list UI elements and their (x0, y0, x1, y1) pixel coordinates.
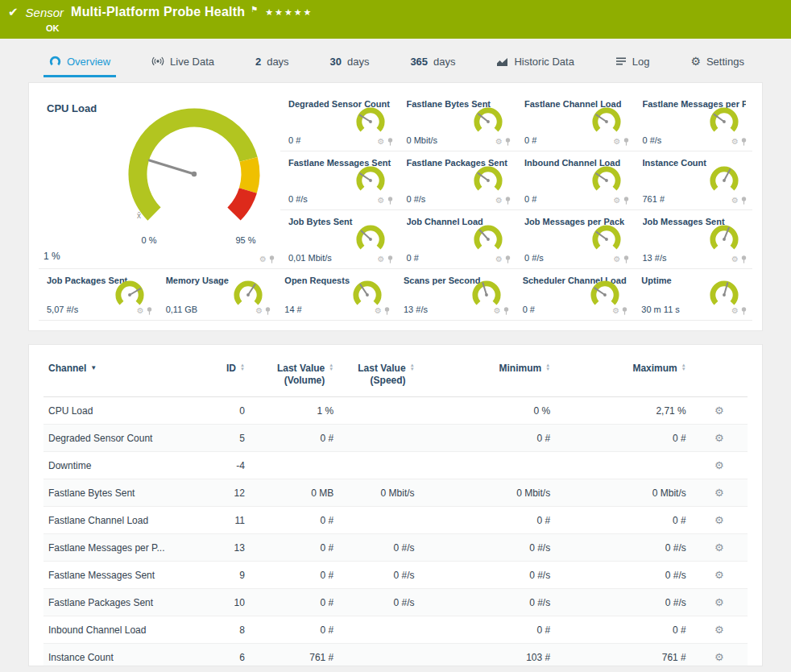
gear-icon[interactable]: ⚙ (731, 197, 739, 205)
gear-icon[interactable]: ⚙ (614, 255, 621, 263)
channel-name[interactable]: Fastlane Packages Sent (43, 589, 201, 616)
pin-icon (269, 255, 275, 263)
pin-icon[interactable] (147, 305, 152, 317)
column-header-channel[interactable]: Channel▼ (43, 353, 201, 397)
live-icon (151, 56, 164, 67)
gear-icon[interactable]: ⚙ (378, 138, 385, 146)
column-header-maximum[interactable]: Maximum▲▼ (555, 353, 691, 397)
gear-icon[interactable]: ⚙ (495, 197, 503, 205)
channel-settings-gear-icon[interactable]: ⚙ (714, 569, 724, 581)
channel-settings-gear-icon[interactable]: ⚙ (714, 459, 724, 471)
gauge-bottom-row: Job Packages Sent5,07 #/s⚙Memory Usage0,… (39, 269, 752, 321)
tile-actions: ⚙ (731, 194, 747, 207)
gear-icon[interactable]: ⚙ (731, 255, 739, 263)
channel-last-value-volume: 761 # (250, 644, 338, 667)
channel-name[interactable]: Fastlane Messages per P... (43, 534, 201, 562)
channel-settings-gear-icon[interactable]: ⚙ (714, 404, 724, 417)
gear-icon[interactable]: ⚙ (614, 138, 621, 146)
channel-name[interactable]: Fastlane Channel Load (43, 507, 201, 534)
gear-icon[interactable]: ⚙ (612, 307, 619, 315)
channel-settings-gear-icon[interactable]: ⚙ (714, 541, 724, 554)
gear-icon[interactable]: ⚙ (731, 307, 739, 315)
gear-icon[interactable]: ⚙ (495, 255, 503, 263)
sort-toggle-icon[interactable]: ▲▼ (410, 363, 415, 371)
overview-panel: CPU Load x̄ 0 % 95 % 1 % ⚙ Degraded Sens… (28, 82, 763, 331)
channel-name[interactable]: Fastlane Messages Sent (43, 562, 201, 589)
gear-icon[interactable]: ⚙ (255, 307, 263, 315)
channel-settings-gear-icon[interactable]: ⚙ (714, 651, 724, 663)
pin-icon[interactable] (505, 253, 511, 266)
pin-icon[interactable] (387, 194, 393, 207)
pin-icon[interactable] (505, 135, 511, 148)
tab-historic-data[interactable]: Historic Data (494, 45, 576, 77)
gear-icon[interactable]: ⚙ (731, 138, 739, 146)
gear-icon[interactable]: ⚙ (378, 197, 385, 205)
pin-icon[interactable] (622, 305, 627, 317)
tile-gauge (470, 164, 507, 197)
gear-icon[interactable]: ⚙ (137, 307, 144, 315)
sort-toggle-icon[interactable]: ▲▼ (681, 363, 686, 371)
tile-value: 14 # (284, 305, 301, 314)
tab-live-data[interactable]: Live Data (149, 45, 217, 77)
channel-settings-gear-icon[interactable]: ⚙ (714, 432, 724, 444)
channel-maximum: 0 # (555, 616, 691, 644)
pin-icon[interactable] (623, 135, 629, 148)
gauge-dial (470, 222, 507, 256)
pin-icon[interactable] (623, 253, 629, 266)
channel-settings-gear-icon[interactable]: ⚙ (714, 596, 724, 608)
tile-value: 0 #/s (407, 194, 426, 204)
tab-log[interactable]: Log (613, 45, 652, 77)
tab-365-days[interactable]: 365days (408, 45, 458, 77)
pin-icon[interactable] (265, 305, 271, 317)
column-header-last-value[interactable]: Last Value(Speed)▲▼ (338, 353, 419, 397)
column-header-id[interactable]: ID▲▼ (201, 353, 250, 397)
pin-icon[interactable] (623, 194, 629, 207)
pin-icon[interactable] (505, 194, 511, 207)
pin-icon[interactable] (741, 194, 747, 207)
channel-settings-gear-icon[interactable]: ⚙ (714, 487, 724, 499)
pin-icon[interactable] (387, 135, 393, 148)
historic-icon (496, 56, 508, 67)
pin-icon[interactable] (741, 305, 747, 317)
column-label: Maximum (632, 363, 677, 375)
pin-icon[interactable] (269, 253, 275, 266)
gear-icon[interactable]: ⚙ (378, 255, 385, 263)
tile-value: 0,01 Mbit/s (288, 253, 332, 263)
gear-icon[interactable]: ⚙ (259, 255, 267, 263)
pin-icon[interactable] (741, 135, 747, 148)
channel-settings-gear-icon[interactable]: ⚙ (714, 624, 724, 636)
tab-2-days[interactable]: 2days (253, 45, 292, 77)
sort-toggle-icon[interactable]: ▲▼ (329, 363, 333, 371)
pin-icon (741, 255, 747, 263)
pin-icon[interactable] (741, 253, 747, 266)
channel-name[interactable]: CPU Load (43, 397, 201, 425)
sort-desc-icon[interactable]: ▼ (90, 364, 97, 371)
channel-name[interactable]: Degraded Sensor Count (43, 425, 201, 452)
gear-icon[interactable]: ⚙ (495, 138, 503, 146)
tab-settings[interactable]: ⚙Settings (688, 45, 747, 77)
gauge-dial (470, 164, 507, 197)
sort-toggle-icon[interactable]: ▲▼ (545, 363, 550, 371)
channel-name[interactable]: Instance Count (43, 644, 201, 667)
channel-name[interactable]: Inbound Channel Load (43, 616, 201, 644)
tab-overview[interactable]: Overview (47, 45, 113, 77)
pin-icon[interactable] (387, 253, 393, 266)
channel-table: Channel▼ID▲▼Last Value(Volume)▲▼Last Val… (43, 353, 748, 666)
channel-settings-gear-icon[interactable]: ⚙ (714, 514, 724, 526)
channel-name[interactable]: Fastlane Bytes Sent (43, 479, 201, 507)
priority-stars[interactable]: ★★★★★ (265, 7, 313, 18)
column-header-last-value[interactable]: Last Value(Volume)▲▼ (250, 353, 338, 397)
pin-icon[interactable] (384, 305, 390, 317)
flag-icon[interactable]: ⚑ (251, 5, 258, 14)
gear-icon[interactable]: ⚙ (614, 197, 621, 205)
tile-gauge (352, 164, 389, 197)
sort-toggle-icon[interactable]: ▲▼ (240, 363, 245, 371)
column-label: Last Value(Volume) (277, 363, 325, 387)
gear-icon[interactable]: ⚙ (494, 307, 501, 315)
tab-30-days[interactable]: 30days (328, 45, 372, 77)
pin-icon[interactable] (503, 305, 509, 317)
channel-name[interactable]: Downtime (43, 452, 201, 479)
gear-icon[interactable]: ⚙ (375, 307, 382, 315)
column-header-minimum[interactable]: Minimum▲▼ (420, 353, 556, 397)
pin-icon (384, 307, 390, 315)
